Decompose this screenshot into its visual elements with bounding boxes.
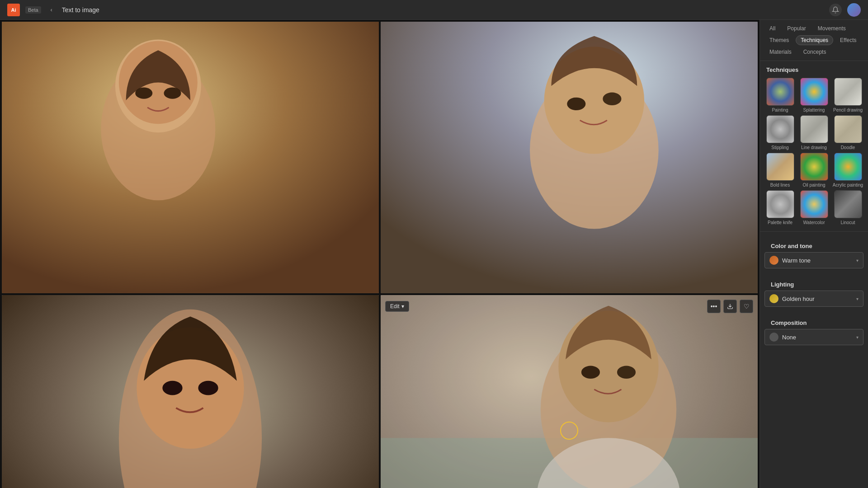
style-thumb-stippling <box>766 115 794 143</box>
composition-dropdown[interactable]: None ▾ <box>764 329 863 345</box>
style-item-stippling[interactable]: Stippling <box>764 115 796 150</box>
edit-toolbar: Edit ▾ ••• ♡ <box>385 300 753 313</box>
style-item-acrylic[interactable]: Acrylic painting <box>832 153 863 188</box>
lighting-header: Lighting <box>764 276 863 291</box>
lighting-chevron-icon: ▾ <box>856 296 859 301</box>
lighting-icon <box>769 294 778 303</box>
image-cell-2[interactable] <box>381 22 758 293</box>
style-thumb-pencil <box>834 78 862 106</box>
topbar: Ai Beta ‹ Text to image <box>0 0 868 20</box>
style-thumb-linocut <box>834 190 862 218</box>
style-item-line[interactable]: Line drawing <box>798 115 830 150</box>
more-options-button[interactable]: ••• <box>707 300 721 313</box>
right-panel: All Popular Movements Themes Techniques … <box>760 20 868 488</box>
color-tone-dropdown[interactable]: Warm tone ▾ <box>764 252 863 268</box>
style-item-linocut[interactable]: Linocut <box>832 190 863 225</box>
style-item-watercolor[interactable]: Watercolor <box>798 190 830 225</box>
style-item-painting[interactable]: Painting <box>764 78 796 113</box>
style-grid: Painting Splattering Pencil drawing Stip <box>760 76 868 230</box>
lighting-dropdown[interactable]: Golden hour ▾ <box>764 291 863 307</box>
style-thumb-splattering <box>800 78 828 106</box>
svg-point-15 <box>198 381 218 395</box>
style-thumb-line <box>800 115 828 143</box>
style-item-bold[interactable]: Bold lines <box>764 153 796 188</box>
composition-icon <box>769 333 778 342</box>
style-label-splattering: Splattering <box>803 108 825 113</box>
main-layout: Edit ▾ ••• ♡ <box>0 20 868 488</box>
style-label-palette: Palette knife <box>768 220 793 225</box>
edit-button[interactable]: Edit ▾ <box>385 301 409 312</box>
style-label-line: Line drawing <box>801 145 827 150</box>
style-thumb-doodle <box>834 115 862 143</box>
color-tone-header: Color and tone <box>764 237 863 252</box>
image-grid: Edit ▾ ••• ♡ <box>0 20 760 488</box>
svg-point-4 <box>135 87 152 99</box>
image-overlay <box>381 295 758 488</box>
tab-movements[interactable]: Movements <box>813 23 851 33</box>
style-label-bold: Bold lines <box>770 183 790 188</box>
edit-toolbar-right: ••• ♡ <box>707 300 753 313</box>
favorite-button[interactable]: ♡ <box>740 300 753 313</box>
style-label-oil: Oil painting <box>802 183 825 188</box>
tab-all[interactable]: All <box>764 23 780 33</box>
style-label-stippling: Stippling <box>771 145 788 150</box>
svg-point-5 <box>164 87 181 99</box>
techniques-section-header: Techniques <box>760 61 868 76</box>
tab-concepts[interactable]: Concepts <box>798 47 831 57</box>
style-thumb-bold <box>766 153 794 181</box>
lighting-section: Lighting Golden hour ▾ <box>760 272 868 310</box>
content-area: Edit ▾ ••• ♡ <box>0 20 760 488</box>
page-title: Text to image <box>62 6 99 14</box>
filter-tabs: All Popular Movements Themes Techniques … <box>760 20 868 61</box>
style-thumb-painting <box>766 78 794 106</box>
svg-point-9 <box>567 98 585 110</box>
style-label-painting: Painting <box>772 108 788 113</box>
tab-themes[interactable]: Themes <box>764 35 794 45</box>
divider-1 <box>760 231 868 232</box>
svg-point-10 <box>603 93 621 105</box>
edit-label: Edit <box>390 303 400 310</box>
tab-techniques[interactable]: Techniques <box>796 35 833 45</box>
style-label-doodle: Doodle <box>841 145 855 150</box>
style-thumb-palette <box>766 190 794 218</box>
image-cell-1[interactable] <box>2 22 379 293</box>
back-button[interactable]: ‹ <box>47 5 57 15</box>
style-thumb-oil <box>800 153 828 181</box>
style-thumb-acrylic <box>834 153 862 181</box>
tab-materials[interactable]: Materials <box>764 47 797 57</box>
color-tone-chevron-icon: ▾ <box>856 258 859 263</box>
style-item-palette[interactable]: Palette knife <box>764 190 796 225</box>
style-item-doodle[interactable]: Doodle <box>832 115 863 150</box>
image-cell-3[interactable] <box>2 295 379 488</box>
download-button[interactable] <box>723 300 737 313</box>
notification-icon[interactable] <box>829 4 842 16</box>
lighting-value: Golden hour <box>782 296 853 302</box>
style-label-acrylic: Acrylic painting <box>833 183 863 188</box>
avatar[interactable] <box>847 3 861 17</box>
beta-badge: Beta <box>25 6 41 14</box>
composition-section: Composition None ▾ <box>760 310 868 349</box>
tab-popular[interactable]: Popular <box>782 23 811 33</box>
app-logo: Ai <box>7 4 20 16</box>
composition-chevron-icon: ▾ <box>856 335 859 340</box>
composition-header: Composition <box>764 314 863 329</box>
style-label-pencil: Pencil drawing <box>833 108 863 113</box>
color-tone-icon <box>769 256 778 265</box>
style-label-linocut: Linocut <box>840 220 855 225</box>
style-item-oil[interactable]: Oil painting <box>798 153 830 188</box>
tab-effects[interactable]: Effects <box>835 35 861 45</box>
style-thumb-watercolor <box>800 190 828 218</box>
style-item-pencil[interactable]: Pencil drawing <box>832 78 863 113</box>
svg-point-14 <box>162 381 182 395</box>
color-tone-section: Color and tone Warm tone ▾ <box>760 234 868 272</box>
style-item-splattering[interactable]: Splattering <box>798 78 830 113</box>
composition-value: None <box>782 334 853 341</box>
style-label-watercolor: Watercolor <box>803 220 825 225</box>
edit-chevron-icon: ▾ <box>401 303 404 310</box>
image-cell-4[interactable]: Edit ▾ ••• ♡ <box>381 295 758 488</box>
color-tone-value: Warm tone <box>782 257 853 264</box>
